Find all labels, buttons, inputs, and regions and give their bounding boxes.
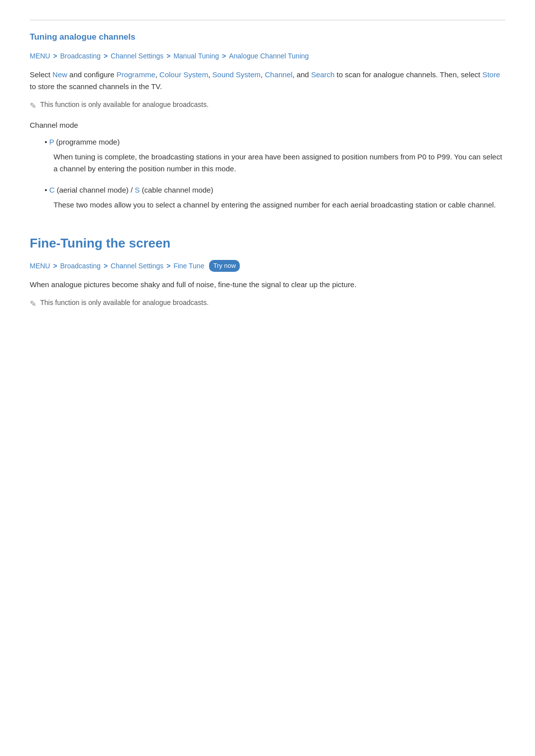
- channel-mode-label: Channel mode: [30, 119, 505, 131]
- bullet-cs-suffix: (cable channel mode): [140, 186, 213, 194]
- bullet-desc-cs: These two modes allow you to select a ch…: [45, 199, 505, 211]
- note-pencil-icon: ✎: [30, 100, 36, 112]
- bullet-desc-p: When tuning is complete, the broadcastin…: [45, 151, 505, 176]
- highlight-search: Search: [311, 70, 335, 79]
- tuning-note-text: This function is only available for anal…: [40, 99, 209, 110]
- section-title-tuning: Tuning analogue channels: [30, 20, 505, 44]
- highlight-c: C: [49, 186, 54, 194]
- breadcrumb-manual-tuning[interactable]: Manual Tuning: [173, 50, 219, 61]
- breadcrumb-ft-menu[interactable]: MENU: [30, 260, 50, 271]
- highlight-programme: Programme: [116, 70, 155, 79]
- breadcrumb-fine-tuning: MENU > Broadcasting > Channel Settings >…: [30, 260, 505, 272]
- highlight-channel: Channel: [265, 70, 292, 79]
- highlight-store: Store: [482, 70, 500, 79]
- breadcrumb-sep-1: >: [53, 50, 57, 61]
- fine-tuning-body-text: When analogue pictures become shaky and …: [30, 279, 505, 291]
- bullet-item-cs: • C (aerial channel mode) / S (cable cha…: [30, 184, 505, 213]
- section-fine-tuning: Fine-Tuning the screen MENU > Broadcasti…: [30, 233, 505, 310]
- breadcrumb-sep-2: >: [104, 50, 107, 61]
- bullet-title-p: • P (programme mode): [45, 136, 505, 148]
- tuning-note: ✎ This function is only available for an…: [30, 99, 505, 112]
- tuning-body-text: Select New and configure Programme, Colo…: [30, 69, 505, 94]
- breadcrumb-analogue-channel-tuning[interactable]: Analogue Channel Tuning: [229, 50, 309, 61]
- breadcrumb-menu[interactable]: MENU: [30, 50, 50, 61]
- breadcrumb-ft-broadcasting[interactable]: Broadcasting: [60, 260, 101, 271]
- breadcrumb-ft-sep-3: >: [166, 260, 170, 271]
- bullet-list: • P (programme mode) When tuning is comp…: [30, 136, 505, 213]
- breadcrumb-broadcasting[interactable]: Broadcasting: [60, 50, 101, 61]
- bullet-item-p: • P (programme mode) When tuning is comp…: [30, 136, 505, 178]
- breadcrumb-sep-4: >: [222, 50, 226, 61]
- bullet-content-cs: • C (aerial channel mode) / S (cable cha…: [45, 184, 505, 213]
- try-now-badge[interactable]: Try now: [209, 260, 240, 272]
- bullet-content-p: • P (programme mode) When tuning is comp…: [45, 136, 505, 178]
- breadcrumb-ft-channel-settings[interactable]: Channel Settings: [110, 260, 163, 271]
- note-pencil-icon-2: ✎: [30, 298, 36, 310]
- breadcrumb-tuning: MENU > Broadcasting > Channel Settings >…: [30, 50, 505, 61]
- section-title-fine-tuning: Fine-Tuning the screen: [30, 233, 505, 254]
- highlight-s: S: [135, 186, 140, 194]
- breadcrumb-sep-3: >: [166, 50, 170, 61]
- breadcrumb-ft-fine-tune[interactable]: Fine Tune: [173, 260, 204, 271]
- highlight-new: New: [53, 70, 67, 79]
- bullet-title-cs: • C (aerial channel mode) / S (cable cha…: [45, 184, 505, 196]
- breadcrumb-channel-settings[interactable]: Channel Settings: [110, 50, 163, 61]
- bullet-cs-middle: (aerial channel mode) /: [54, 186, 135, 194]
- fine-tuning-note: ✎ This function is only available for an…: [30, 297, 505, 310]
- highlight-colour-system: Colour System: [160, 70, 208, 79]
- highlight-p: P: [49, 138, 54, 146]
- bullet-p-suffix: (programme mode): [54, 138, 120, 146]
- breadcrumb-ft-sep-1: >: [53, 260, 57, 271]
- highlight-sound-system: Sound System: [213, 70, 261, 79]
- breadcrumb-ft-sep-2: >: [104, 260, 107, 271]
- fine-tuning-note-text: This function is only available for anal…: [40, 297, 209, 308]
- section-tuning-analogue: Tuning analogue channels MENU > Broadcas…: [30, 20, 505, 213]
